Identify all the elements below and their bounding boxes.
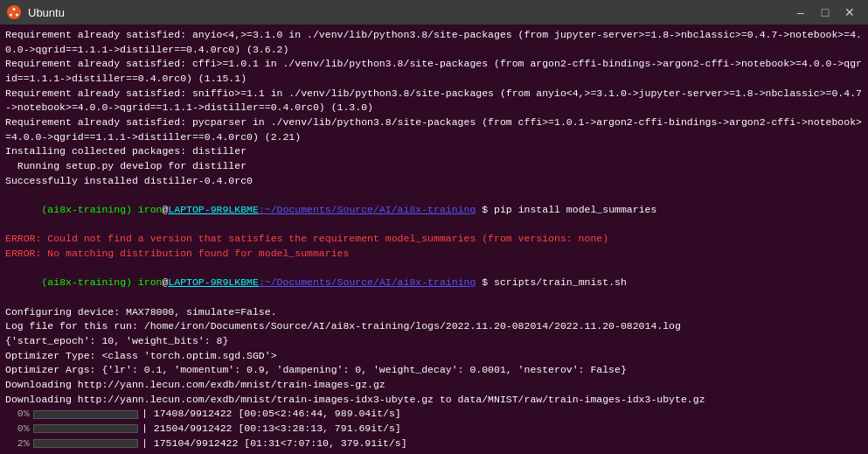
prompt-path: :~/Documents/Source/AI/ai8x-training — [259, 276, 476, 288]
terminal-line: {'start_epoch': 10, 'weight_bits': 8} — [5, 334, 863, 349]
progress-line: 2% | 175104/9912422 [01:31<7:07:10, 379.… — [5, 437, 863, 451]
svg-point-1 — [13, 8, 16, 10]
minimize-button[interactable]: – — [789, 3, 812, 22]
prompt-host: LAPTOP-9R9LKBME — [168, 204, 259, 215]
ubuntu-icon — [7, 5, 21, 19]
terminal-line: Optimizer Type: <class 'torch.optim.sgd.… — [5, 349, 863, 364]
window: Ubuntu – □ ✕ Requirement already satisfi… — [0, 0, 868, 454]
terminal-line: Requirement already satisfied: cffi>=1.0… — [5, 57, 863, 86]
progress-line: 0% | 21504/9912422 [00:13<3:28:13, 791.6… — [5, 422, 863, 437]
terminal-line: Downloading http://yann.lecun.com/exdb/m… — [5, 393, 863, 408]
terminal-line: Running setup.py develop for distiller — [5, 159, 863, 174]
title-bar: Ubuntu – □ ✕ — [0, 0, 868, 24]
window-title: Ubuntu — [28, 6, 782, 19]
terminal-line: Requirement already satisfied: sniffio>=… — [5, 87, 863, 115]
prompt-line: (ai8x-training) iron@LAPTOP-9R9LKBME:~/D… — [5, 188, 863, 232]
progress-line: 0% | 17408/9912422 [00:05<2:46:44, 989.0… — [5, 407, 863, 422]
terminal-line: Requirement already satisfied: pycparser… — [5, 115, 863, 144]
close-button[interactable]: ✕ — [838, 3, 861, 22]
prompt-line: (ai8x-training) iron@LAPTOP-9R9LKBME:~/D… — [5, 262, 863, 305]
error-line: ERROR: Could not find a version that sat… — [5, 232, 863, 247]
svg-point-3 — [16, 14, 18, 17]
terminal-line: Configuring device: MAX78000, simulate=F… — [5, 305, 863, 320]
prompt-path: :~/Documents/Source/AI/ai8x-training — [259, 204, 476, 215]
prompt-user: (ai8x-training) iron — [41, 276, 162, 288]
terminal-line: Requirement already satisfied: anyio<4,>… — [5, 28, 863, 57]
progress-bar — [33, 439, 138, 448]
terminal-line: Log file for this run: /home/iron/Docume… — [5, 319, 863, 334]
terminal-line: Installing collected packages: distiller — [5, 144, 863, 159]
terminal-body[interactable]: Requirement already satisfied: anyio<4,>… — [0, 24, 868, 454]
terminal-line: Successfully installed distiller-0.4.0rc… — [5, 174, 863, 189]
progress-bar — [33, 410, 138, 419]
maximize-button[interactable]: □ — [814, 3, 837, 22]
window-controls: – □ ✕ — [789, 3, 861, 22]
terminal-line: Optimizer Args: {'lr': 0.1, 'momentum': … — [5, 363, 863, 378]
prompt-host: LAPTOP-9R9LKBME — [168, 276, 259, 288]
error-line: ERROR: No matching distribution found fo… — [5, 247, 863, 262]
svg-point-2 — [10, 14, 12, 17]
prompt-user: (ai8x-training) iron — [41, 204, 162, 215]
terminal-line: Downloading http://yann.lecun.com/exdb/m… — [5, 378, 863, 393]
progress-bar — [33, 424, 138, 433]
